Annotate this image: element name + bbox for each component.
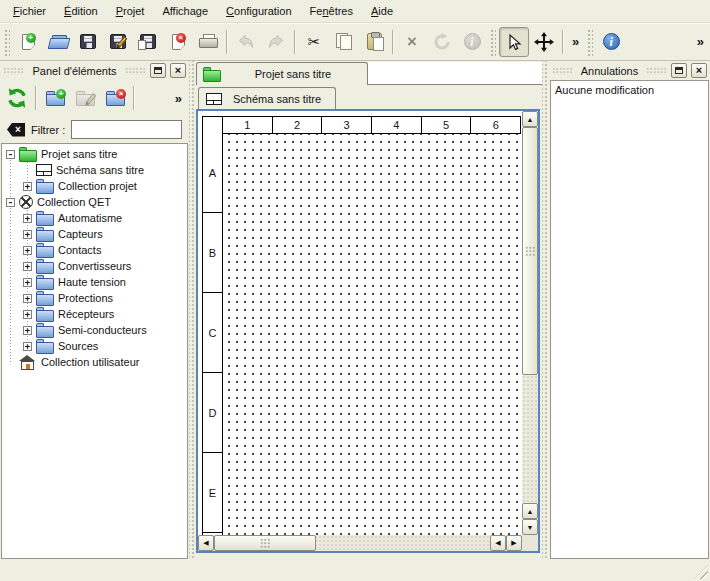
paste-button[interactable]: [359, 27, 389, 57]
tree-expander[interactable]: +: [23, 182, 32, 191]
close-panel-button[interactable]: ×: [691, 63, 707, 78]
tree-row[interactable]: Schéma sans titre: [2, 162, 187, 178]
toolbar-extension-button[interactable]: »: [567, 34, 584, 49]
filter-input[interactable]: [71, 120, 182, 139]
tree-expander[interactable]: +: [23, 342, 32, 351]
tree-expander[interactable]: -: [6, 150, 15, 159]
tree-row[interactable]: + Contacts: [2, 242, 187, 258]
menu-item[interactable]: Fichier: [4, 2, 55, 20]
about-info-button[interactable]: [596, 27, 626, 57]
toolbar-handle[interactable]: [3, 28, 10, 56]
close-project-button[interactable]: [163, 27, 193, 57]
dock-splitter[interactable]: [189, 61, 196, 560]
menu-item[interactable]: Édition: [55, 2, 107, 20]
save-all-button[interactable]: [133, 27, 163, 57]
tree-expander[interactable]: +: [23, 246, 32, 255]
horizontal-scroll-track[interactable]: [214, 535, 490, 551]
save-as-button[interactable]: [103, 27, 133, 57]
about-info-icon: [603, 33, 620, 50]
toolbar-handle[interactable]: [489, 28, 496, 56]
toolbar-extension-button[interactable]: »: [692, 34, 709, 49]
undo-panel-titlebar[interactable]: Annulations ×: [549, 61, 710, 80]
undo-history-item[interactable]: Aucune modification: [555, 82, 704, 99]
redo-button[interactable]: [261, 27, 291, 57]
scroll-left-button[interactable]: ◀: [490, 535, 506, 551]
float-panel-button[interactable]: [150, 63, 166, 78]
tab-project[interactable]: Projet sans titre: [196, 62, 368, 85]
tree-row[interactable]: + Semi-conducteurs: [2, 322, 187, 338]
element-tree[interactable]: - Projet sans titre Schéma sans titre + …: [1, 143, 188, 559]
float-panel-button[interactable]: [671, 63, 687, 78]
scroll-left-button[interactable]: ◀: [198, 535, 214, 551]
vertical-scroll-thumb[interactable]: [522, 127, 538, 375]
new-document-button[interactable]: [13, 27, 43, 57]
tree-item-label: Automatisme: [58, 212, 122, 224]
tree-row[interactable]: + Haute tension: [2, 274, 187, 290]
vertical-scrollbar[interactable]: ▲ ▲ ▼: [522, 111, 538, 535]
select-tool-button[interactable]: [499, 27, 529, 57]
dock-splitter[interactable]: [542, 61, 549, 560]
tab-schema[interactable]: Schéma sans titre: [198, 87, 336, 109]
tree-row[interactable]: Collection utilisateur: [2, 354, 187, 370]
tree-row[interactable]: + Récepteurs: [2, 306, 187, 322]
cut-button[interactable]: ✂: [299, 27, 329, 57]
scroll-down-button[interactable]: ▼: [522, 519, 538, 535]
elements-panel-titlebar[interactable]: Panel d'éléments ×: [0, 61, 189, 80]
tree-row[interactable]: + Protections: [2, 290, 187, 306]
menu-item[interactable]: Configuration: [217, 2, 300, 20]
panel-toolbar-extension-button[interactable]: »: [170, 91, 187, 106]
move-tool-button[interactable]: [529, 27, 559, 57]
toolbar-separator: [294, 30, 296, 54]
tree-expander[interactable]: +: [23, 262, 32, 271]
toolbar-handle[interactable]: [586, 28, 593, 56]
undo-button[interactable]: [231, 27, 261, 57]
edit-category-button[interactable]: [70, 83, 100, 113]
close-icon: ×: [696, 65, 702, 76]
vertical-scroll-track[interactable]: [522, 127, 538, 503]
tree-row[interactable]: + Convertisseurs: [2, 258, 187, 274]
new-category-button[interactable]: [40, 83, 70, 113]
undo-panel: Annulations × Aucune modification: [549, 61, 710, 560]
tree-row[interactable]: + Collection projet: [2, 178, 187, 194]
scroll-right-button[interactable]: ▶: [506, 535, 522, 551]
tree-expander[interactable]: +: [23, 294, 32, 303]
tree-row[interactable]: + Capteurs: [2, 226, 187, 242]
horizontal-scroll-thumb[interactable]: [214, 535, 316, 551]
clear-filter-button[interactable]: [7, 123, 25, 137]
rotate-button[interactable]: [427, 27, 457, 57]
tree-expander[interactable]: +: [23, 326, 32, 335]
project-tab-label: Projet sans titre: [227, 68, 359, 80]
tree-row[interactable]: - Projet sans titre: [2, 146, 187, 162]
print-button[interactable]: [193, 27, 223, 57]
tree-row[interactable]: + Automatisme: [2, 210, 187, 226]
select-arrow-icon: [505, 33, 523, 51]
size-grip[interactable]: [694, 565, 708, 579]
scroll-up-button[interactable]: ▲: [522, 503, 538, 519]
tree-expander[interactable]: +: [23, 214, 32, 223]
menu-item[interactable]: Projet: [107, 2, 154, 20]
undo-history-list[interactable]: Aucune modification: [550, 80, 709, 559]
tree-row[interactable]: + Sources: [2, 338, 187, 354]
menu-item[interactable]: Fenêtres: [301, 2, 362, 20]
delete-button[interactable]: ×: [397, 27, 427, 57]
schema-canvas[interactable]: 123456 ABCDE: [198, 111, 522, 535]
tree-expander[interactable]: +: [23, 310, 32, 319]
element-info-button[interactable]: [457, 27, 487, 57]
menu-item[interactable]: Affichage: [153, 2, 217, 20]
tree-expander[interactable]: +: [23, 230, 32, 239]
open-project-button[interactable]: [43, 27, 73, 57]
tree-expander[interactable]: +: [23, 278, 32, 287]
tree-expander[interactable]: -: [6, 198, 15, 207]
tree-row[interactable]: - Collection QET: [2, 194, 187, 210]
delete-category-button[interactable]: [100, 83, 130, 113]
scroll-up-button[interactable]: ▲: [522, 111, 538, 127]
menu-item[interactable]: Aide: [362, 2, 402, 20]
save-button[interactable]: [73, 27, 103, 57]
float-icon: [154, 67, 162, 74]
horizontal-scrollbar[interactable]: ◀ ◀ ▶: [198, 535, 522, 551]
row-label-column: ABCDE: [202, 133, 223, 535]
close-panel-button[interactable]: ×: [170, 63, 186, 78]
save-all-icon: [140, 34, 156, 49]
reload-collections-button[interactable]: [2, 83, 32, 113]
copy-button[interactable]: [329, 27, 359, 57]
